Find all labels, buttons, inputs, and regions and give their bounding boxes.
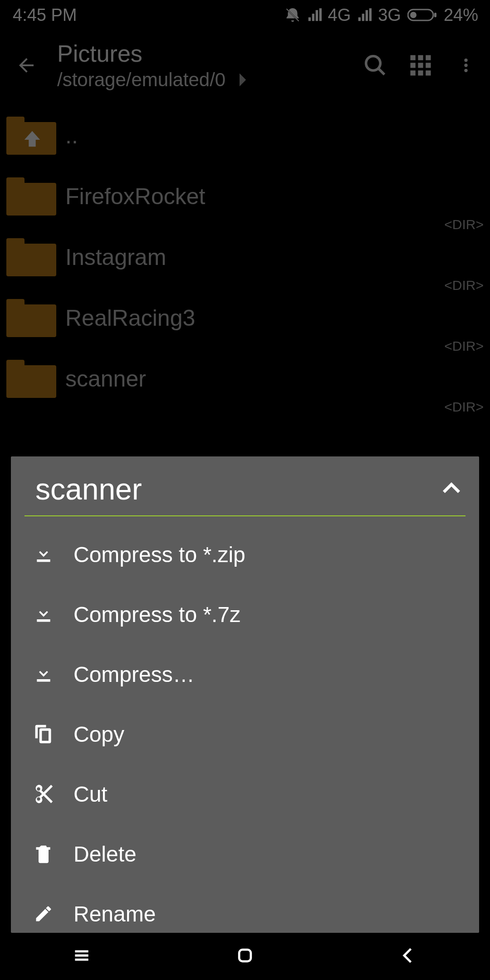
network-2-label: 3G <box>378 5 401 25</box>
svg-rect-4 <box>411 55 416 60</box>
home-button[interactable] <box>235 946 255 967</box>
more-button[interactable] <box>453 52 479 78</box>
back-nav-button[interactable] <box>398 946 418 967</box>
svg-point-14 <box>464 64 467 67</box>
appbar-actions <box>362 52 479 78</box>
battery-label: 24% <box>444 5 478 25</box>
search-button[interactable] <box>362 52 388 78</box>
status-right: 4G 3G 24% <box>284 5 478 25</box>
file-list: .. FirefoxRocket <DIR> Instagram <DIR> R… <box>0 101 490 409</box>
signal-2-icon <box>357 8 372 22</box>
sheet-item-compress-zip[interactable]: Compress to *.zip <box>24 524 466 584</box>
download-icon <box>31 662 56 687</box>
svg-rect-2 <box>434 13 436 17</box>
cut-icon <box>31 781 56 807</box>
sheet-item-label: Compress… <box>74 662 195 687</box>
collapse-icon[interactable] <box>440 477 463 501</box>
folder-icon <box>6 360 56 398</box>
pencil-icon <box>31 901 56 926</box>
sheet-item-label: Compress to *.7z <box>74 602 240 627</box>
svg-rect-1 <box>410 12 416 18</box>
folder-icon <box>6 299 56 337</box>
svg-point-13 <box>464 59 467 62</box>
appbar-title-block[interactable]: Pictures /storage/emulated/0 <box>57 40 246 91</box>
sheet-item-cut[interactable]: Cut <box>24 764 466 824</box>
grid-view-button[interactable] <box>407 52 434 78</box>
sheet-item-copy[interactable]: Copy <box>24 704 466 764</box>
page-title: Pictures <box>57 40 246 67</box>
sheet-item-label: Delete <box>74 842 137 867</box>
list-item[interactable]: RealRacing3 <DIR> <box>0 288 490 348</box>
svg-rect-8 <box>418 63 423 68</box>
svg-rect-12 <box>426 70 431 75</box>
sheet-divider <box>24 515 466 516</box>
svg-rect-9 <box>426 63 431 68</box>
svg-rect-10 <box>411 70 416 75</box>
path-dropdown-icon <box>233 73 246 87</box>
sheet-header[interactable]: scanner <box>24 468 466 515</box>
download-icon <box>31 542 56 567</box>
back-button[interactable] <box>8 47 44 83</box>
dnd-icon <box>284 7 301 23</box>
dir-tag: <DIR> <box>444 399 484 415</box>
recents-button[interactable] <box>72 946 92 967</box>
folder-up-icon <box>6 117 56 155</box>
sheet-title: scanner <box>35 472 142 506</box>
svg-point-3 <box>366 56 381 71</box>
system-nav <box>0 933 490 980</box>
sheet-item-delete[interactable]: Delete <box>24 824 466 884</box>
list-item[interactable]: FirefoxRocket <DIR> <box>0 166 490 227</box>
folder-name: scanner <box>65 366 146 392</box>
battery-icon <box>407 8 437 22</box>
sheet-item-rename[interactable]: Rename <box>24 884 466 933</box>
svg-rect-6 <box>426 55 431 60</box>
svg-point-15 <box>464 69 467 72</box>
folder-icon <box>6 177 56 216</box>
folder-name: Instagram <box>65 244 166 270</box>
sheet-item-label: Copy <box>74 722 124 747</box>
context-sheet: scanner Compress to *.zip Compress to *.… <box>11 456 479 933</box>
page-path-text: /storage/emulated/0 <box>57 69 225 91</box>
folder-icon <box>6 238 56 276</box>
status-time: 4:45 PM <box>13 5 77 25</box>
sheet-item-label: Compress to *.zip <box>74 542 245 567</box>
list-item[interactable]: Instagram <DIR> <box>0 227 490 288</box>
signal-1-icon <box>307 8 322 22</box>
svg-rect-7 <box>411 63 416 68</box>
download-icon <box>31 602 56 627</box>
sheet-item-compress[interactable]: Compress… <box>24 644 466 704</box>
folder-name: RealRacing3 <box>65 305 195 331</box>
trash-icon <box>31 841 56 867</box>
copy-icon <box>31 721 56 747</box>
app-bar: Pictures /storage/emulated/0 <box>0 30 490 101</box>
status-bar: 4:45 PM 4G 3G 24% <box>0 0 490 30</box>
svg-rect-5 <box>418 55 423 60</box>
network-1-label: 4G <box>328 5 351 25</box>
sheet-item-label: Rename <box>74 902 156 926</box>
up-label: .. <box>65 122 78 149</box>
folder-name: FirefoxRocket <box>65 183 205 210</box>
page-path: /storage/emulated/0 <box>57 69 246 91</box>
svg-rect-16 <box>239 950 251 961</box>
sheet-item-label: Cut <box>74 782 108 807</box>
sheet-item-compress-7z[interactable]: Compress to *.7z <box>24 584 466 644</box>
list-item[interactable]: scanner <DIR> <box>0 348 490 409</box>
svg-rect-11 <box>418 70 423 75</box>
up-row[interactable]: .. <box>0 105 490 166</box>
